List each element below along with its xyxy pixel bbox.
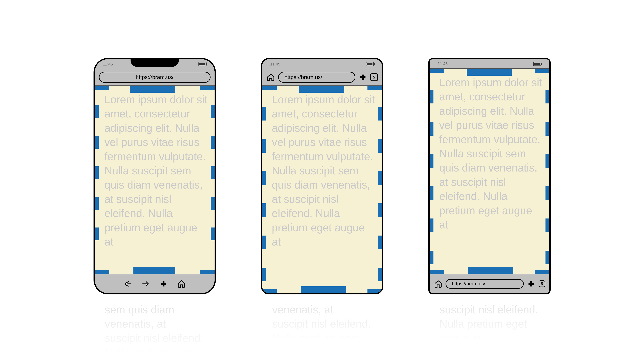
viewport: Lorem ipsum dolor sit amet, consectetur … [95,86,214,274]
status-time: 11:45 [270,62,280,66]
page-content: Lorem ipsum dolor sit amet, consectetur … [104,92,208,249]
home-button[interactable] [434,279,443,288]
viewport: Lorem ipsum dolor sit amet, consectetur … [430,69,549,274]
status-bar: 11:45 [430,59,549,69]
notch [130,58,179,67]
browser-chrome-top: https://bram.us/ [95,69,214,86]
browser-toolbar-bottom [95,274,214,293]
forward-button[interactable] [141,279,150,288]
tab-count-button[interactable]: 5 [538,280,545,287]
content-overflow: sem quis diam venenatis, at suscipit nis… [94,295,216,360]
phone-mockup-1: 11:45 https://bram.us/ [94,58,216,360]
browser-chrome-bottom: https://bram.us/ 5 [430,274,549,293]
status-time: 11:45 [438,61,448,66]
overflow-text: venenatis, at suscipit nisl eleifend. Nu… [272,303,372,345]
browser-chrome-top: https://bram.us/ 5 [262,69,382,86]
battery-icon [533,62,541,66]
url-bar[interactable]: https://bram.us/ [278,72,356,83]
overflow-text: suscipit nisl eleifend. Nulla pretium eg… [440,303,540,345]
url-text: https://bram.us/ [284,74,322,80]
page-content: Lorem ipsum dolor sit amet, consectetur … [272,92,376,249]
content-overflow: venenatis, at suscipit nisl eleifend. Nu… [261,295,383,345]
url-text: https://bram.us/ [452,281,485,287]
url-bar[interactable]: https://bram.us/ [446,279,524,289]
phone-mockup-3: 11:45 [428,58,551,345]
overflow-text: sem quis diam venenatis, at suscipit nis… [105,303,204,360]
battery-icon [366,62,374,66]
phone-frame: 11:45 https://bram.us/ 5 [261,58,383,295]
viewport: Lorem ipsum dolor sit amet, consectetur … [262,86,382,293]
page-content: Lorem ipsum dolor sit amet, consectetur … [439,75,543,232]
add-tab-button[interactable] [159,279,168,288]
phone-mockup-2: 11:45 https://bram.us/ 5 [261,58,383,345]
content-overflow: suscipit nisl eleifend. Nulla pretium eg… [428,295,551,345]
phone-frame: 11:45 https://bram.us/ [94,58,216,295]
home-button[interactable] [266,73,275,82]
battery-icon [198,62,206,66]
add-tab-button[interactable] [527,279,536,288]
status-time: 11:45 [103,62,113,66]
status-bar: 11:45 [95,59,214,69]
status-bar: 11:45 [262,59,382,69]
phone-frame: 11:45 [428,58,551,295]
url-bar[interactable]: https://bram.us/ [99,72,210,83]
url-text: https://bram.us/ [136,74,173,80]
tab-count-button[interactable]: 5 [370,73,378,81]
home-button[interactable] [177,279,186,288]
add-tab-button[interactable] [358,73,367,82]
diagram-container: 11:45 https://bram.us/ [94,58,551,360]
back-button[interactable] [123,279,132,288]
